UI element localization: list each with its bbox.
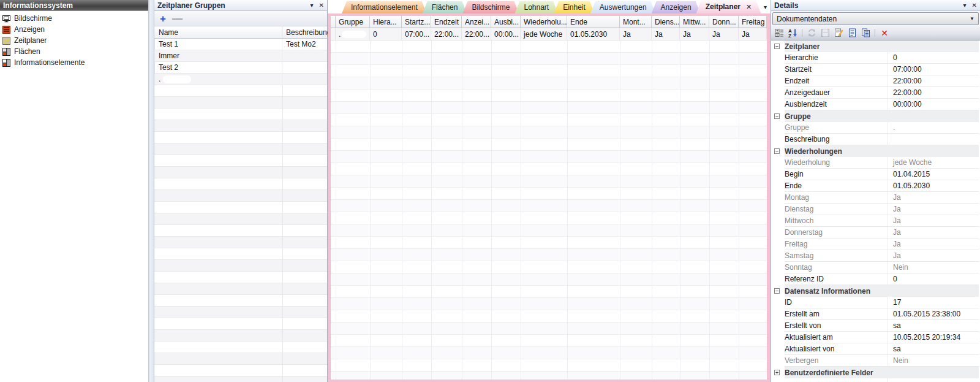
schedule-grid-row[interactable]: . 0 07:00... 22:00... 22:00... 00:00... … [331, 28, 767, 40]
close-panel-icon[interactable]: ✕ [972, 2, 977, 9]
collapse-panel-icon[interactable]: ▾ [311, 2, 314, 9]
group-row[interactable]: Immer [154, 50, 327, 62]
property-row: Ausblendzeit00:00:00 [771, 99, 979, 110]
sort-alphabetical-icon[interactable]: AZ [787, 28, 798, 39]
tab-overflow-icon[interactable]: ▾ [764, 4, 767, 10]
zeitplaner-gruppen-title: Zeitplaner Gruppen [157, 1, 225, 10]
zeitplaner-gruppen-panel: Zeitplaner Gruppen ▾ ✕ + — Name Beschrei… [154, 0, 328, 382]
property-row: Aktualisiert vonsa [771, 343, 979, 355]
column-header-donnerstag[interactable]: Donn... [709, 16, 739, 28]
property-row: Hierarchie0 [771, 52, 979, 64]
tree-item-anzeigen[interactable]: Anzeigen [0, 24, 148, 35]
collapse-group-icon[interactable]: − [774, 148, 780, 154]
column-header-startzeit[interactable]: Startz... [402, 16, 431, 28]
categorized-view-icon[interactable] [774, 28, 785, 39]
property-row: Begin01.04.2015 [771, 169, 979, 180]
navigation-panel-title: Informationssystem [3, 1, 73, 10]
tab-close-icon[interactable]: ✕ [746, 0, 752, 13]
column-header-name[interactable]: Name [154, 26, 282, 38]
property-row: SonntagNein [771, 262, 979, 273]
collapse-group-icon[interactable]: − [774, 288, 780, 294]
tree-item-flaechen[interactable]: Flächen [0, 46, 148, 57]
property-row: DienstagJa [771, 204, 979, 215]
column-header-gruppe[interactable]: Gruppe [336, 16, 370, 28]
schedule-chart-icon [2, 37, 10, 45]
cell-mittwoch: Ja [680, 28, 709, 40]
tree-item-zeitplaner[interactable]: Zeitplaner [0, 35, 148, 46]
details-panel-title: Details [774, 1, 798, 10]
add-group-button[interactable]: + [160, 13, 166, 24]
redaction-blob [163, 75, 191, 83]
navigation-tree: Bildschirme Anzeigen Zeitplaner Flächen [0, 11, 148, 68]
delete-icon[interactable]: ✕ [879, 28, 890, 39]
close-panel-icon[interactable]: ✕ [319, 2, 324, 9]
details-panel: Details ▾ ✕ Dokumentendaten ▼ AZ [771, 0, 980, 382]
column-header-wiederholung[interactable]: Wiederholu... [521, 16, 567, 28]
cell-ausblendzeit: 00:00... [491, 28, 521, 40]
cell-hierarchie: 0 [370, 28, 402, 40]
tree-item-bildschirme[interactable]: Bildschirme [0, 13, 148, 24]
collapse-panel-icon[interactable]: ▾ [963, 2, 967, 9]
column-header-hierarchie[interactable]: Hiera... [370, 16, 402, 28]
collapse-group-icon[interactable]: − [774, 44, 780, 49]
property-grid-empty [771, 378, 979, 382]
property-row: Wiederholungjede Woche [771, 157, 979, 169]
column-header-montag[interactable]: Mont... [620, 16, 652, 28]
cell-anzeigedauer: 22:00... [462, 28, 491, 40]
tree-item-informationselemente[interactable]: Informationselemente [0, 57, 148, 68]
group-name-cell: Test 1 [154, 39, 282, 50]
details-toolbar: AZ ✕ [771, 26, 980, 40]
property-row: DonnerstagJa [771, 227, 979, 239]
tree-item-label: Bildschirme [14, 14, 52, 23]
tab-einheit[interactable]: Einheit [554, 1, 595, 13]
column-header-beschreibung[interactable]: Beschreibung [282, 28, 331, 37]
tab-bildschirme[interactable]: Bildschirme [462, 1, 519, 13]
panel-splitter[interactable] [149, 0, 154, 382]
group-row[interactable]: Test 1 Test Mo2 [154, 39, 327, 50]
navigation-panel-header: Informationssystem [0, 0, 148, 11]
property-row: Erstellt vonsa [771, 320, 979, 332]
group-row[interactable]: Test 2 [154, 62, 327, 74]
property-row: VerbergenNein [771, 355, 979, 367]
property-group-gruppe: − Gruppe [771, 110, 979, 122]
display-rows-icon [2, 26, 10, 34]
group-name-cell: . [154, 74, 282, 85]
copy-icon[interactable] [860, 28, 871, 39]
cell-montag: Ja [620, 28, 652, 40]
navigation-panel: Informationssystem Bildschirme Anzeigen … [0, 0, 149, 382]
property-row: MittwochJa [771, 215, 979, 227]
refresh-icon[interactable] [806, 28, 817, 39]
cell-dienstag: Ja [652, 28, 680, 40]
column-header-ende[interactable]: Ende [567, 16, 620, 28]
column-header-anzeigedauer[interactable]: Anzei... [462, 16, 491, 28]
tab-anzeigen[interactable]: Anzeigen [652, 1, 701, 13]
dokumentendaten-dropdown[interactable]: Dokumentendaten ▼ [772, 12, 979, 25]
expand-group-icon[interactable]: + [774, 370, 780, 375]
tab-informationselement[interactable]: Informationselement [342, 1, 427, 13]
column-header-mittwoch[interactable]: Mittw... [680, 16, 709, 28]
save-icon[interactable] [820, 28, 831, 39]
group-name-cell: Test 2 [154, 62, 282, 73]
column-header-dienstag[interactable]: Diens... [652, 16, 680, 28]
edit-icon[interactable] [833, 28, 844, 39]
property-row: Endzeit22:00:00 [771, 75, 979, 87]
tab-auswertungen[interactable]: Auswertungen [590, 1, 656, 13]
details-selector-wrap: Dokumentendaten ▼ [771, 11, 980, 26]
column-header-endzeit[interactable]: Endzeit [431, 16, 462, 28]
tab-flaechen[interactable]: Flächen [423, 1, 467, 13]
groups-column-header: Name Beschreibung [154, 26, 327, 39]
tree-item-label: Flächen [14, 47, 40, 56]
collapse-group-icon[interactable]: − [774, 113, 780, 119]
tab-zeitplaner-active[interactable]: Zeitplaner ✕ [696, 0, 761, 13]
remove-group-button[interactable]: — [172, 13, 183, 24]
tab-label: Zeitplaner [706, 0, 741, 13]
column-header-ausblendzeit[interactable]: Ausbl... [491, 16, 521, 28]
cell-donnerstag: Ja [709, 28, 739, 40]
tree-item-label: Zeitplaner [14, 36, 47, 45]
group-name-cell: Immer [154, 50, 282, 61]
group-row[interactable]: . [154, 74, 327, 85]
tab-lohnart[interactable]: Lohnart [514, 1, 558, 13]
toolbar-separator [802, 29, 802, 37]
document-icon[interactable] [846, 28, 858, 39]
column-header-freitag[interactable]: Freitag [739, 16, 767, 28]
